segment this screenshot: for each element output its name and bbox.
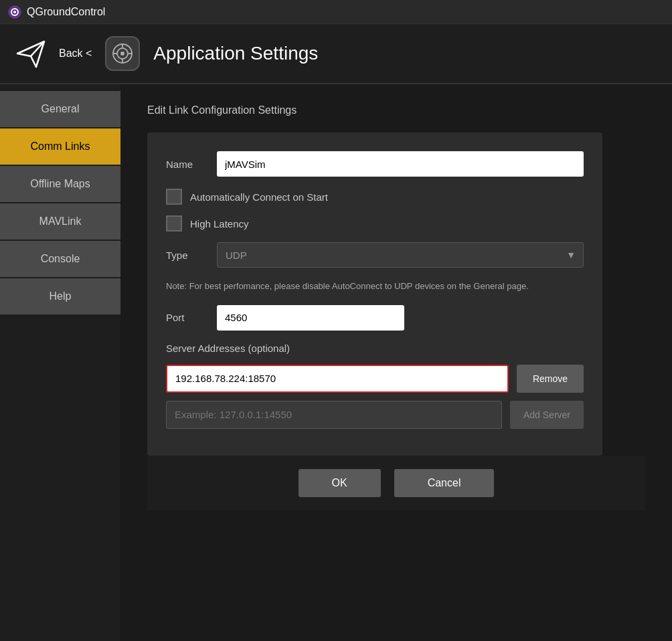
ok-button[interactable]: OK [299,469,381,497]
sidebar-item-comm-links[interactable]: Comm Links [0,128,120,165]
server-addresses-title: Server Addresses (optional) [166,343,584,354]
svg-point-7 [120,52,124,56]
port-input[interactable] [217,305,404,331]
port-label: Port [166,312,206,323]
sidebar-item-general[interactable]: General [0,91,120,127]
back-label: Back < [59,48,92,60]
qgc-logo-icon [111,42,134,65]
title-bar: QGroundControl [0,0,672,24]
auto-connect-checkbox[interactable] [166,189,182,205]
sidebar-item-console[interactable]: Console [0,241,120,277]
cancel-button[interactable]: Cancel [394,469,495,497]
add-server-row: Add Server [166,401,584,429]
section-title: Edit Link Configuration Settings [147,104,645,116]
sidebar-item-help[interactable]: Help [0,278,120,314]
note-text: Note: For best perfomance, please disabl… [166,280,584,293]
content-area: Edit Link Configuration Settings Name Au… [120,84,672,641]
server-address-input[interactable] [166,365,509,393]
type-row: Type UDP ▼ [166,242,584,268]
app-logo [105,36,140,71]
remove-button[interactable]: Remove [517,365,584,393]
page-title: Application Settings [153,43,318,64]
new-server-input[interactable] [166,401,502,429]
port-row: Port [166,305,584,331]
svg-point-2 [13,11,16,13]
name-label: Name [166,159,206,170]
server-address-row: Remove [166,365,584,393]
name-row: Name [166,151,584,177]
app-icon [8,5,21,19]
high-latency-row: High Latency [166,215,584,232]
bottom-bar: OK Cancel [147,456,645,511]
paper-plane-icon [16,39,46,68]
name-input[interactable] [217,151,584,177]
high-latency-checkbox[interactable] [166,215,182,232]
high-latency-label: High Latency [190,218,249,230]
sidebar-item-mavlink[interactable]: MAVLink [0,203,120,240]
auto-connect-label: Automatically Connect on Start [190,191,328,203]
type-label: Type [166,250,206,261]
main-layout: General Comm Links Offline Maps MAVLink … [0,84,672,641]
form-card: Name Automatically Connect on Start High… [147,132,602,456]
title-bar-text: QGroundControl [27,6,105,18]
auto-connect-row: Automatically Connect on Start [166,189,584,205]
sidebar: General Comm Links Offline Maps MAVLink … [0,84,120,641]
back-button[interactable]: Back < [59,48,92,60]
add-server-button[interactable]: Add Server [510,401,584,429]
app-header: Back < Application Settings [0,24,672,84]
sidebar-item-offline-maps[interactable]: Offline Maps [0,166,120,202]
type-select-wrapper: UDP ▼ [217,242,584,268]
type-select[interactable]: UDP [217,242,584,268]
